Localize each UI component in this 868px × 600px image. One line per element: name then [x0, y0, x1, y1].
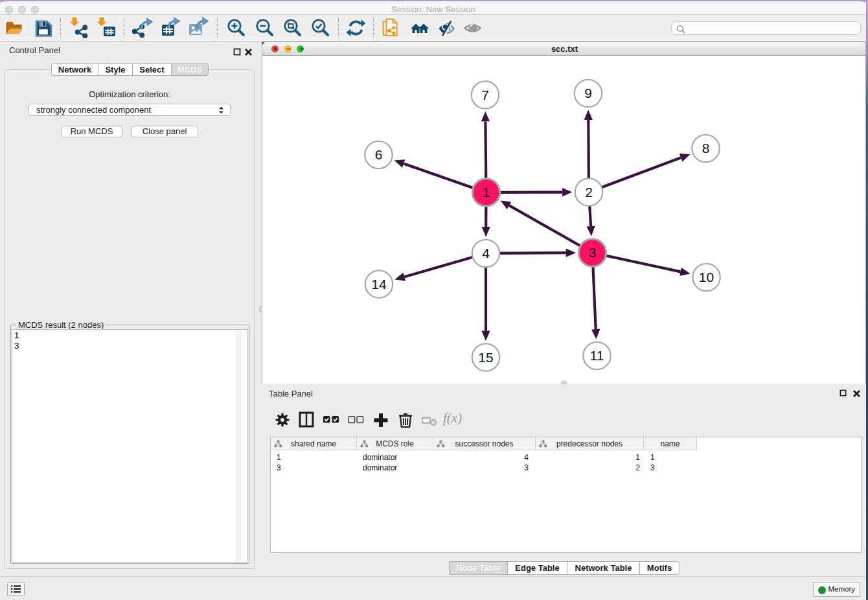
- svg-text:3: 3: [589, 245, 597, 260]
- svg-text:14: 14: [371, 277, 387, 292]
- svg-text:11: 11: [590, 348, 604, 363]
- svg-text:7: 7: [481, 87, 489, 102]
- svg-text:10: 10: [699, 270, 714, 284]
- svg-text:15: 15: [478, 350, 493, 365]
- svg-text:6: 6: [375, 147, 383, 162]
- svg-text:4: 4: [482, 246, 490, 260]
- svg-text:2: 2: [585, 185, 593, 200]
- svg-text:9: 9: [584, 86, 592, 100]
- svg-text:1: 1: [483, 185, 490, 200]
- svg-text:8: 8: [702, 141, 710, 156]
